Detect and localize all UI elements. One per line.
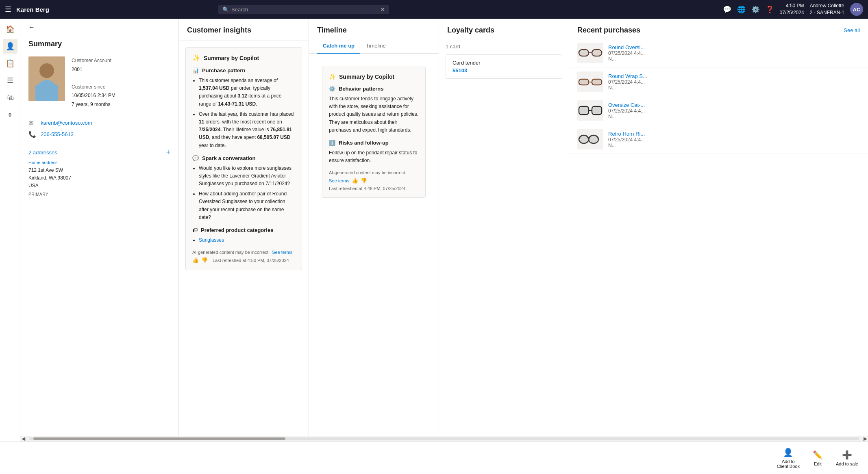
scrollbar-thumb[interactable] [33,437,285,440]
loyalty-card-value: 55103 [452,67,555,74]
scrollbar-track[interactable] [29,437,859,440]
product-date-2: 07/25/2024 4:4... [608,79,647,85]
left-sidebar: 🏠 👤 📋 ☰ 🛍 0 [0,19,20,474]
chat-icon[interactable]: 💬 [723,5,731,14]
tab-catch-me-up[interactable]: Catch me up [317,39,360,54]
settings-icon[interactable]: ⚙️ [751,5,760,14]
behavior-icon: ⚙️ [329,86,335,92]
timeline-panel: Timeline Catch me up Timeline ✨ Summary … [309,19,439,474]
tab-timeline[interactable]: Timeline [360,39,392,54]
since-date: 10/05/2016 2:34 PM [72,91,115,100]
timeline-see-terms-link[interactable]: See terms [329,178,349,183]
add-to-client-book-label: Add toClient Book [777,459,800,469]
svg-point-1 [39,63,54,78]
purchase-info-1: Round Oversi... 07/25/2024 4:4... N... [608,44,645,62]
behavior-text: This customer tends to engage actively w… [329,95,419,134]
since-label: Customer since [72,83,115,92]
back-icon: ← [28,24,35,31]
timeline-ai-footer: AI-generated content may be incorrect. S… [329,170,419,191]
sidebar-item-shopping[interactable]: 🛍 [3,90,17,105]
topbar-title: Karen Berg [16,6,49,13]
sunglasses-link[interactable]: Sunglasses [199,237,224,243]
account-label: Customer Account [72,56,115,65]
insights-title: Customer insights [179,19,309,41]
add-to-sale-label: Add to sale [836,461,858,466]
sidebar-item-customer[interactable]: 👤 [3,39,17,54]
behavior-section: ⚙️ Behavior patterns This customer tends… [329,86,419,134]
email-row: ✉ karenb@contoso.com [28,117,170,129]
recent-title: Recent purchases [577,26,640,35]
spark-conversation-section: 💬 Spark a conversation Would you like to… [192,155,295,221]
help-icon[interactable]: ❓ [766,5,774,14]
thumbs-down-button[interactable]: 👎 [201,257,208,263]
sidebar-item-menu[interactable]: ☰ [3,73,17,88]
loyalty-title: Loyalty cards [439,19,569,39]
svg-rect-14 [580,80,588,84]
timeline-thumbs-down[interactable]: 👎 [361,177,367,184]
timeline-thumbs-up[interactable]: 👍 [352,177,358,184]
phone-row: 📞 206-555-5613 [28,129,170,140]
customer-photo-svg [28,56,65,101]
horizontal-scrollbar[interactable]: ◀ ▶ [20,436,868,442]
summary-panel: ← Summary Customer Account 2001 [20,19,179,474]
purchase-item-3[interactable]: Oversize Cat-... 07/25/2024 4:4... N... [569,96,868,125]
spark-icon: 💬 [192,155,199,161]
purchase-item-4[interactable]: Retro Horn Ri... 07/25/2024 4:4... N... [569,125,868,154]
risks-icon: ℹ️ [329,140,335,146]
behavior-title: ⚙️ Behavior patterns [329,86,419,92]
sidebar-item-home[interactable]: 🏠 [3,22,17,37]
avatar[interactable]: AC [850,3,863,16]
purchase-pattern-title: 📊 Purchase pattern [192,67,295,74]
add-address-icon[interactable]: + [166,148,170,157]
addresses-header[interactable]: 2 addresses + [28,148,170,157]
contact-info: ✉ karenb@contoso.com 📞 206-555-5613 [20,116,178,144]
product-date-4: 07/25/2024 4:4... [608,137,645,143]
svg-rect-9 [580,50,588,55]
product-name-4: Retro Horn Ri... [608,131,645,137]
last-refreshed: Last refreshed at 4:50 PM, 07/25/2024 [213,258,289,263]
summary-title: Summary [20,32,178,52]
thumbs-up-button[interactable]: 👍 [192,257,199,263]
search-bar[interactable]: 🔍 ✕ [218,5,389,14]
hamburger-menu[interactable]: ☰ [5,5,11,14]
preferred-categories-section: 🏷 Preferred product categories Sunglasse… [192,227,295,244]
customer-profile: Customer Account 2001 Customer since 10/… [20,52,178,116]
copilot-icon: ✨ [192,54,200,62]
addresses-section: 2 addresses + Home address 712 1st Ave S… [20,144,178,201]
globe-icon[interactable]: 🌐 [737,5,746,14]
product-price-2: N... [608,85,647,91]
product-date-1: 07/25/2024 4:4... [608,50,645,56]
scroll-right-arrow[interactable]: ▶ [862,436,868,442]
add-to-sale-button[interactable]: ➕ Add to sale [836,450,858,466]
categories-list: Sunglasses [192,236,295,244]
sidebar-item-list[interactable]: 📋 [3,56,17,71]
scroll-left-arrow[interactable]: ◀ [20,436,26,442]
see-all-link[interactable]: See all [844,27,860,33]
purchase-item-1[interactable]: Round Oversi... 07/25/2024 4:4... N... [569,39,868,67]
purchase-item-2[interactable]: Round Wrap S... 07/25/2024 4:4... N... [569,67,868,96]
see-terms-link[interactable]: See terms [272,250,292,255]
edit-button[interactable]: ✏️ Edit [813,450,823,466]
search-input[interactable] [231,6,378,13]
recent-header: Recent purchases See all [569,19,868,39]
loyalty-card-item: Card tender 55103 [446,54,562,79]
email-link[interactable]: karenb@contoso.com [41,120,92,126]
product-price-1: N... [608,56,645,62]
since-duration: 7 years, 9 months [72,100,115,109]
insights-card-title: ✨ Summary by Copilot [192,54,295,62]
phone-link[interactable]: 206-555-5613 [41,131,74,137]
edit-icon: ✏️ [813,450,823,460]
insights-panel: Customer insights ✨ Summary by Copilot 📊… [179,19,309,474]
back-button[interactable]: ← [20,19,178,32]
product-name-1: Round Oversi... [608,44,645,50]
add-to-client-book-button[interactable]: 👤 Add toClient Book [777,448,800,469]
topbar: ☰ Karen Berg 🔍 ✕ 💬 🌐 ⚙️ ❓ 4:50 PM07/25/2… [0,0,868,19]
sidebar-item-count[interactable]: 0 [3,107,17,122]
purchase-info-3: Oversize Cat-... 07/25/2024 4:4... N... [608,102,645,119]
loyalty-card-label: Card tender [452,60,555,66]
svg-rect-19 [580,107,588,114]
close-icon[interactable]: ✕ [381,6,385,13]
email-icon: ✉ [28,119,37,127]
purchase-pattern-list: This customer spends an average of 1,537… [192,77,295,149]
categories-title: 🏷 Preferred product categories [192,227,295,233]
